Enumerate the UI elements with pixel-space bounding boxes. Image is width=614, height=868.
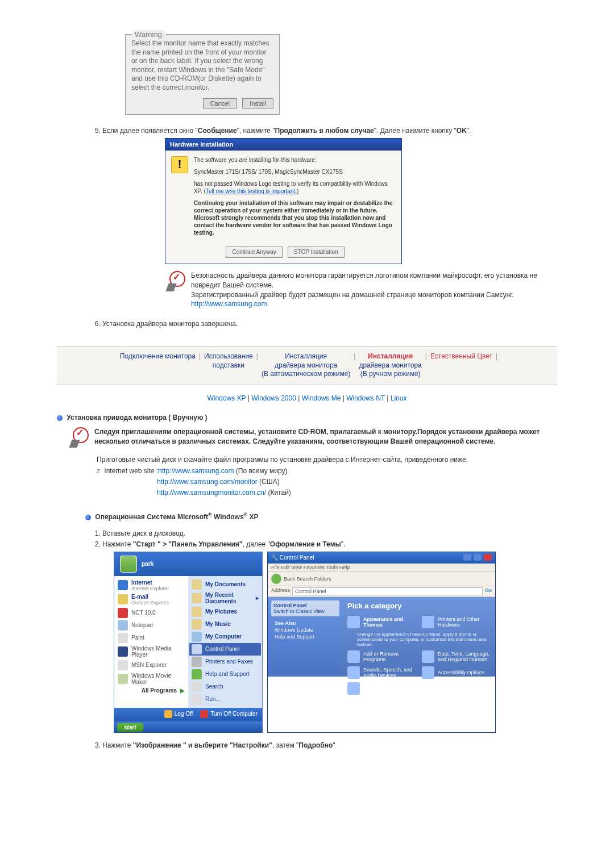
start-music[interactable]: My Music: [189, 618, 261, 631]
cancel-button[interactable]: Cancel: [203, 98, 237, 108]
os-link-linux[interactable]: Linux: [391, 394, 407, 402]
cp-main: Pick a category Appearance and Themes Pr…: [343, 597, 495, 677]
cat-appearance-desc: Change the appearance of desktop items, …: [347, 632, 491, 647]
tab-install-manual[interactable]: Инсталляциядрайвера монитора(В ручном ре…: [355, 352, 425, 379]
cp-toolbar: Back Search Folders: [268, 572, 495, 586]
screenshots-row: park InternetInternet Explorer E-mailOut…: [114, 552, 557, 733]
warning-body: Select the monitor name that exactly mat…: [131, 39, 273, 93]
see-help-support[interactable]: Help and Support: [271, 633, 339, 640]
start-menu-header: park: [114, 552, 262, 576]
start-help[interactable]: Help and Support: [189, 668, 261, 681]
cat-appearance[interactable]: Appearance and Themes: [347, 616, 416, 628]
turnoff-button[interactable]: Turn Off Computer: [200, 710, 258, 718]
tab-install-auto[interactable]: Инсталляциядрайвера монитора(В автоматич…: [258, 352, 354, 379]
start-button[interactable]: start: [117, 723, 143, 732]
minimize-icon[interactable]: [463, 554, 471, 561]
bullet-icon: [85, 515, 91, 520]
cp-title: 🔧 Control Panel: [271, 554, 314, 561]
tab-use-stand[interactable]: Использованиеподставки: [201, 352, 256, 379]
os-links: Windows XP | Windows 2000 | Windows Me |…: [57, 394, 557, 402]
cat-accessibility[interactable]: Accessibility Options: [422, 666, 491, 679]
step-5: Если далее появляется окно "Сообщение", …: [102, 126, 557, 309]
switch-classic-link[interactable]: Switch to Classic View: [273, 608, 337, 614]
tab-natural-color[interactable]: Естественный Цвет: [427, 352, 496, 379]
samsung-us-link[interactable]: http://www.samsung.com/monitor: [157, 478, 258, 486]
warning-title: Warning: [132, 30, 164, 40]
os-link-me[interactable]: Windows Me: [302, 394, 341, 402]
start-wmm[interactable]: Windows Movie Maker: [115, 671, 187, 686]
pick-category-title: Pick a category: [347, 602, 491, 610]
go-button[interactable]: Go: [485, 587, 492, 595]
start-printers[interactable]: Printers and Faxes: [189, 656, 261, 668]
start-notepad[interactable]: Notepad: [115, 619, 187, 632]
start-menu-screenshot: park InternetInternet Explorer E-mailOut…: [114, 552, 263, 733]
start-mydocs[interactable]: My Documents: [189, 578, 261, 591]
cat-performance[interactable]: Performance and Maintenance: [347, 682, 416, 695]
manual-instructions: Следуя приглашениям операционной системы…: [68, 427, 557, 448]
chevron-right-icon: ▶: [180, 687, 185, 694]
logoff-button[interactable]: Log Off: [164, 710, 193, 718]
driver-safety-note: Безопасность драйвера данного монитора г…: [165, 271, 557, 309]
start-computer[interactable]: My Computer: [189, 631, 261, 643]
chevron-right-icon: ▸: [256, 595, 259, 601]
back-icon[interactable]: [271, 574, 281, 584]
cat-sounds[interactable]: Sounds, Speech, and Audio Devices: [347, 666, 416, 679]
hw-line1: The software you are installing for this…: [194, 156, 395, 164]
start-email[interactable]: E-mailOutlook Express: [115, 592, 187, 607]
samsung-intl-link[interactable]: http://www.samsung.com: [158, 467, 234, 475]
manual-install-title: Установка привода монитора ( Вручную ): [57, 414, 557, 422]
close-icon[interactable]: [484, 554, 492, 561]
taskbar: start: [114, 722, 263, 733]
prep-text: Приготовьте чистый диск и скачайте файл …: [97, 454, 557, 465]
warning-dialog: Warning Select the monitor name that exa…: [125, 34, 280, 115]
os-windows-xp-heading: Операционная Система Microsoft® Windows®…: [85, 512, 557, 521]
start-search[interactable]: Search: [189, 681, 261, 693]
address-field[interactable]: Control Panel: [292, 587, 483, 595]
cp-menu[interactable]: File Edit View Favorites Tools Help: [268, 564, 495, 572]
step-6: Установка драйвера монитора завершена.: [102, 319, 557, 329]
logo-testing-link[interactable]: Tell me why this testing is important.: [206, 188, 297, 194]
hw-line2: SyncMaster 171S/ 175S/ 170S, MagicSyncMa…: [194, 168, 395, 176]
control-panel-window: 🔧 Control Panel File Edit View Favorites…: [267, 552, 496, 733]
os-link-nt[interactable]: Windows NT: [346, 394, 385, 402]
section-nav-tabs: Подключение монитора | Использованиеподс…: [57, 346, 557, 385]
stop-installation-button[interactable]: STOP Installation: [288, 247, 344, 258]
hardware-installation-dialog: Hardware Installation The software you a…: [165, 138, 402, 264]
start-wmp[interactable]: Windows Media Player: [115, 644, 187, 659]
tab-connect-monitor[interactable]: Подключение монитора: [117, 352, 199, 379]
start-control-panel[interactable]: Control Panel: [189, 643, 261, 656]
samsung-cn-link[interactable]: http://www.samsungmonitor.com.cn/: [157, 489, 266, 496]
continue-anyway-button[interactable]: Continue Anyway: [226, 247, 282, 258]
install-button[interactable]: Install: [242, 98, 273, 108]
warning-icon: [171, 156, 188, 173]
user-avatar: [120, 556, 137, 573]
xp-step-2: Нажмите "Старт " > "Панель Управления", …: [102, 540, 557, 549]
see-windows-update[interactable]: Windows Update: [271, 627, 339, 633]
samsung-link[interactable]: http://www.samsung.com: [191, 300, 267, 308]
os-link-xp[interactable]: Windows XP: [208, 394, 246, 402]
username: park: [142, 561, 154, 567]
start-paint[interactable]: Paint: [115, 632, 187, 644]
start-run[interactable]: Run...: [189, 693, 261, 706]
cat-add-remove[interactable]: Add or Remove Programs: [347, 650, 416, 663]
bullet-icon: [57, 415, 63, 421]
os-link-2000[interactable]: Windows 2000: [251, 394, 296, 402]
cat-printers[interactable]: Printers and Other Hardware: [422, 616, 491, 628]
check-icon: [165, 271, 185, 291]
start-msn[interactable]: MSN Explorer: [115, 659, 187, 671]
cp-sidebar: Control Panel Switch to Classic View See…: [268, 597, 343, 677]
window-buttons: [463, 554, 492, 562]
xp-steps: Вставьте диск в дисковод. Нажмите "Старт…: [102, 529, 557, 549]
start-internet[interactable]: InternetInternet Explorer: [115, 578, 187, 592]
start-nct[interactable]: NCT 10.0: [115, 607, 187, 619]
download-links: z Internet web site :http://www.samsung.…: [97, 466, 557, 499]
cp-side-box: Control Panel Switch to Classic View: [271, 600, 339, 616]
start-all-programs[interactable]: All Programs ▶: [115, 686, 187, 695]
start-menu-footer: Log Off Turn Off Computer: [114, 708, 262, 721]
maximize-icon[interactable]: [474, 554, 482, 561]
xp-step-1: Вставьте диск в дисковод.: [102, 529, 557, 539]
cat-date-time[interactable]: Date, Time, Language, and Regional Optio…: [422, 650, 491, 663]
start-recent[interactable]: My Recent Documents ▸: [189, 591, 261, 606]
hw-line3: has not passed Windows Logo testing to v…: [194, 180, 395, 195]
start-pics[interactable]: My Pictures: [189, 606, 261, 618]
